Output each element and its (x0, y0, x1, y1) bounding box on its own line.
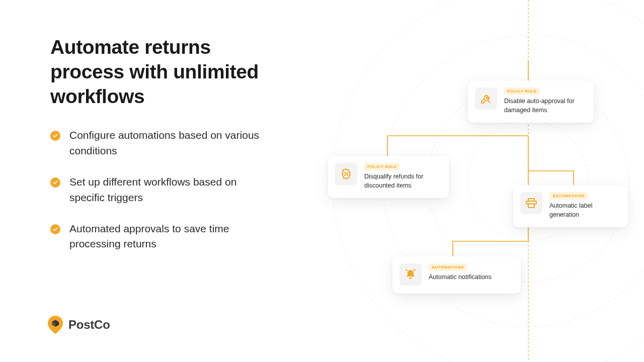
brand-name: PostCo (68, 318, 110, 332)
card-text: Automatic notifications (429, 273, 492, 282)
brand-logo: PostCo (46, 315, 110, 335)
bullet-text: Automated approvals to save time process… (69, 221, 272, 252)
workflow-card-notifications: AUTOMATIONS Automatic notifications (392, 256, 521, 294)
bullet-item: Set up different workflows based on spec… (50, 174, 272, 205)
postco-pin-icon (46, 315, 64, 335)
bullet-item: Automated approvals to save time process… (50, 221, 272, 252)
svg-point-8 (345, 172, 345, 173)
svg-rect-11 (528, 204, 534, 208)
card-text: Disqualify refunds for discounted items (364, 172, 440, 190)
workflow-diagram: POLICY RULE Disable auto-approval for da… (312, 0, 644, 362)
discount-badge-icon (335, 163, 357, 185)
card-tag: AUTOMATIONS (549, 192, 588, 200)
card-tag: POLICY RULE (364, 163, 400, 170)
bell-icon (399, 263, 422, 286)
headline: Automate returns process with unlimited … (50, 35, 272, 109)
feature-bullets: Configure automations based on various c… (50, 128, 272, 252)
workflow-card-label-generation: AUTOMATIONS Automatic label generation (513, 185, 628, 227)
wrench-screwdriver-icon (475, 87, 497, 110)
printer-icon (520, 192, 542, 214)
bullet-text: Set up different workflows based on spec… (69, 174, 272, 205)
workflow-card-disable-auto-approval: POLICY RULE Disable auto-approval for da… (468, 80, 594, 123)
card-text: Disable auto-approval for damaged items (504, 97, 585, 115)
card-text: Automatic label generation (549, 202, 619, 219)
workflow-card-disqualify-refunds: POLICY RULE Disqualify refunds for disco… (328, 156, 449, 198)
check-icon (50, 177, 60, 188)
svg-point-9 (347, 175, 348, 175)
check-icon (50, 224, 60, 234)
bullet-item: Configure automations based on various c… (50, 128, 272, 158)
card-tag: AUTOMATIONS (429, 263, 467, 271)
card-tag: POLICY RULE (504, 87, 540, 95)
bullet-text: Configure automations based on various c… (69, 128, 272, 158)
check-icon (50, 131, 60, 141)
